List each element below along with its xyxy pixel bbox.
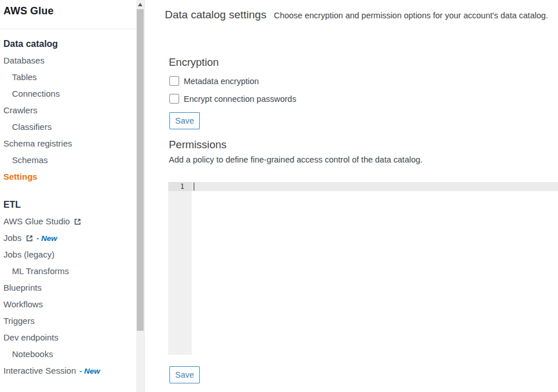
metadata-encryption-checkbox[interactable]: [169, 76, 179, 86]
sidebar-item-jobs[interactable]: Jobs- New: [0, 229, 136, 246]
new-badge: - New: [80, 367, 100, 375]
page-subtitle: Choose encryption and permission options…: [274, 11, 548, 20]
page-header: Data catalog settings Choose encryption …: [165, 9, 548, 21]
sidebar-item-settings[interactable]: Settings: [0, 168, 136, 185]
editor-gutter: 1: [168, 182, 192, 355]
sidebar-item-connections[interactable]: Connections: [0, 85, 136, 102]
sidebar-item-schemas[interactable]: Schemas: [0, 152, 136, 168]
metadata-encryption-label: Metadata encryption: [184, 77, 259, 86]
external-link-icon: [74, 216, 81, 226]
sidebar-section-etl: ETL: [0, 196, 136, 213]
page-title: Data catalog settings: [165, 9, 266, 21]
sidebar-item-crawlers[interactable]: Crawlers: [0, 102, 136, 118]
main-content: Data catalog settings Choose encryption …: [145, 0, 558, 392]
scroll-up-icon[interactable]: [138, 3, 143, 6]
sidebar-item-blueprints[interactable]: Blueprints: [0, 279, 136, 296]
encrypt-passwords-checkbox[interactable]: [169, 94, 179, 104]
sidebar-item-notebooks[interactable]: Notebooks: [0, 346, 136, 362]
permissions-heading: Permissions: [169, 138, 227, 151]
sidebar: AWS Glue Data catalog Databases Tables C…: [0, 0, 136, 392]
sidebar-nav: Data catalog Databases Tables Connection…: [0, 35, 136, 379]
scrollbar-thumb[interactable]: [137, 9, 144, 331]
sidebar-item-aws-glue-studio[interactable]: AWS Glue Studio: [0, 213, 136, 229]
sidebar-item-label: Jobs: [3, 233, 22, 243]
line-number: 1: [168, 182, 192, 191]
sidebar-item-workflows[interactable]: Workflows: [0, 296, 136, 312]
sidebar-item-databases[interactable]: Databases: [0, 52, 136, 69]
sidebar-item-triggers[interactable]: Triggers: [0, 312, 136, 329]
sidebar-item-jobs-legacy[interactable]: Jobs (legacy): [0, 246, 136, 263]
encrypt-passwords-label: Encrypt connection passwords: [184, 94, 296, 104]
metadata-encryption-row: Metadata encryption: [169, 76, 259, 86]
app-title: AWS Glue: [0, 0, 136, 17]
policy-editor[interactable]: 1: [168, 182, 558, 355]
sidebar-item-label: AWS Glue Studio: [3, 216, 70, 226]
sidebar-divider: [0, 29, 136, 29]
encrypt-passwords-row: Encrypt connection passwords: [169, 94, 296, 104]
aws-glue-console: AWS Glue Data catalog Databases Tables C…: [0, 0, 558, 392]
encryption-save-button[interactable]: Save: [169, 112, 200, 129]
sidebar-item-label: Interactive Session: [3, 366, 76, 375]
sidebar-item-dev-endpoints[interactable]: Dev endpoints: [0, 329, 136, 346]
editor-content[interactable]: [192, 182, 558, 355]
sidebar-item-interactive-session[interactable]: Interactive Session- New: [0, 362, 136, 379]
text-cursor: [193, 183, 195, 191]
sidebar-section-data-catalog: Data catalog: [0, 35, 136, 52]
encryption-heading: Encryption: [169, 56, 219, 69]
active-line-highlight: [192, 182, 558, 191]
external-link-icon: [26, 233, 33, 243]
sidebar-scrollbar[interactable]: [136, 0, 145, 392]
sidebar-item-tables[interactable]: Tables: [0, 69, 136, 85]
sidebar-item-ml-transforms[interactable]: ML Transforms: [0, 263, 136, 279]
sidebar-item-classifiers[interactable]: Classifiers: [0, 118, 136, 135]
new-badge: - New: [37, 234, 57, 243]
permissions-description: Add a policy to define fine-grained acce…: [169, 155, 422, 164]
permissions-save-button[interactable]: Save: [169, 366, 200, 383]
sidebar-item-schema-registries[interactable]: Schema registries: [0, 135, 136, 152]
